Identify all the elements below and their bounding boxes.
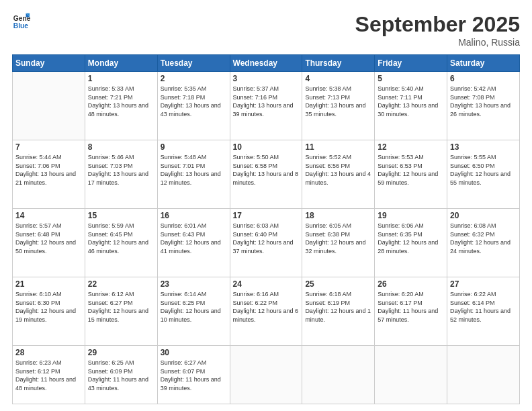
- cell-info: Sunrise: 6:10 AMSunset: 6:30 PMDaylight:…: [15, 290, 82, 324]
- day-number: 27: [450, 279, 517, 289]
- cell-info: Sunrise: 6:03 AMSunset: 6:40 PMDaylight:…: [233, 222, 300, 255]
- calendar-cell: 26Sunrise: 6:20 AMSunset: 6:17 PMDayligh…: [375, 277, 447, 346]
- calendar-cell: 11Sunrise: 5:52 AMSunset: 6:56 PMDayligh…: [302, 140, 375, 209]
- cell-info: Sunrise: 5:40 AMSunset: 7:11 PMDaylight:…: [378, 85, 444, 118]
- day-number: 7: [15, 142, 82, 152]
- day-number: 11: [305, 142, 371, 152]
- col-monday: Monday: [85, 55, 157, 72]
- day-number: 2: [161, 74, 227, 83]
- cell-info: Sunrise: 5:48 AMSunset: 7:01 PMDaylight:…: [161, 153, 227, 187]
- cell-info: Sunrise: 6:08 AMSunset: 6:32 PMDaylight:…: [450, 222, 517, 255]
- cell-info: Sunrise: 6:22 AMSunset: 6:14 PMDaylight:…: [450, 290, 517, 324]
- calendar-cell: [302, 346, 375, 404]
- cell-info: Sunrise: 5:53 AMSunset: 6:53 PMDaylight:…: [378, 153, 444, 187]
- cell-info: Sunrise: 6:12 AMSunset: 6:27 PMDaylight:…: [88, 290, 154, 324]
- calendar-cell: 22Sunrise: 6:12 AMSunset: 6:27 PMDayligh…: [85, 277, 157, 346]
- calendar-cell: 1Sunrise: 5:33 AMSunset: 7:21 PMDaylight…: [85, 72, 157, 140]
- cell-info: Sunrise: 5:57 AMSunset: 6:48 PMDaylight:…: [15, 222, 82, 255]
- cell-info: Sunrise: 5:38 AMSunset: 7:13 PMDaylight:…: [305, 85, 371, 118]
- day-number: 30: [161, 348, 227, 357]
- cell-info: Sunrise: 5:50 AMSunset: 6:58 PMDaylight:…: [233, 153, 300, 187]
- day-number: 20: [450, 211, 517, 220]
- col-wednesday: Wednesday: [230, 55, 302, 72]
- calendar-cell: 18Sunrise: 6:05 AMSunset: 6:38 PMDayligh…: [302, 209, 375, 277]
- col-thursday: Thursday: [302, 55, 375, 72]
- day-number: 13: [450, 142, 517, 152]
- calendar-cell: 3Sunrise: 5:37 AMSunset: 7:16 PMDaylight…: [230, 72, 302, 140]
- cell-info: Sunrise: 5:42 AMSunset: 7:08 PMDaylight:…: [450, 85, 517, 118]
- cell-info: Sunrise: 6:06 AMSunset: 6:35 PMDaylight:…: [378, 222, 444, 255]
- day-number: 15: [88, 211, 154, 220]
- col-sunday: Sunday: [13, 55, 85, 72]
- calendar-cell: 23Sunrise: 6:14 AMSunset: 6:25 PMDayligh…: [157, 277, 230, 346]
- cell-info: Sunrise: 5:44 AMSunset: 7:06 PMDaylight:…: [15, 153, 82, 187]
- calendar-cell: 25Sunrise: 6:18 AMSunset: 6:19 PMDayligh…: [302, 277, 375, 346]
- day-number: 18: [305, 211, 371, 220]
- cell-info: Sunrise: 6:16 AMSunset: 6:22 PMDaylight:…: [233, 290, 300, 324]
- calendar-cell: 19Sunrise: 6:06 AMSunset: 6:35 PMDayligh…: [375, 209, 447, 277]
- cell-info: Sunrise: 6:01 AMSunset: 6:43 PMDaylight:…: [161, 222, 227, 255]
- cell-info: Sunrise: 6:05 AMSunset: 6:38 PMDaylight:…: [305, 222, 371, 255]
- location-subtitle: Malino, Russia: [355, 37, 520, 48]
- logo-icon: General Blue: [12, 12, 31, 31]
- calendar-cell: 15Sunrise: 5:59 AMSunset: 6:45 PMDayligh…: [85, 209, 157, 277]
- cell-info: Sunrise: 6:14 AMSunset: 6:25 PMDaylight:…: [161, 290, 227, 324]
- calendar-cell: 28Sunrise: 6:23 AMSunset: 6:12 PMDayligh…: [13, 346, 85, 404]
- day-number: 3: [233, 74, 300, 83]
- calendar-header-row: Sunday Monday Tuesday Wednesday Thursday…: [13, 55, 520, 72]
- day-number: 16: [161, 211, 227, 220]
- calendar-cell: 29Sunrise: 6:25 AMSunset: 6:09 PMDayligh…: [85, 346, 157, 404]
- page-header: General Blue September 2025 Malino, Russ…: [12, 12, 520, 48]
- day-number: 22: [88, 279, 154, 289]
- calendar-cell: 27Sunrise: 6:22 AMSunset: 6:14 PMDayligh…: [447, 277, 520, 346]
- day-number: 4: [305, 74, 371, 83]
- month-year-title: September 2025: [355, 12, 520, 37]
- col-friday: Friday: [375, 55, 447, 72]
- day-number: 21: [15, 279, 82, 289]
- calendar-cell: [230, 346, 302, 404]
- calendar-cell: [13, 72, 85, 140]
- calendar-cell: 2Sunrise: 5:35 AMSunset: 7:18 PMDaylight…: [157, 72, 230, 140]
- calendar-cell: 6Sunrise: 5:42 AMSunset: 7:08 PMDaylight…: [447, 72, 520, 140]
- day-number: 26: [378, 279, 444, 289]
- calendar-cell: 13Sunrise: 5:55 AMSunset: 6:50 PMDayligh…: [447, 140, 520, 209]
- calendar-table: Sunday Monday Tuesday Wednesday Thursday…: [12, 54, 520, 404]
- day-number: 17: [233, 211, 300, 220]
- calendar-cell: 4Sunrise: 5:38 AMSunset: 7:13 PMDaylight…: [302, 72, 375, 140]
- calendar-cell: 7Sunrise: 5:44 AMSunset: 7:06 PMDaylight…: [13, 140, 85, 209]
- day-number: 1: [88, 74, 154, 83]
- calendar-cell: [447, 346, 520, 404]
- cell-info: Sunrise: 5:59 AMSunset: 6:45 PMDaylight:…: [88, 222, 154, 255]
- cell-info: Sunrise: 5:46 AMSunset: 7:03 PMDaylight:…: [88, 153, 154, 187]
- calendar-cell: 24Sunrise: 6:16 AMSunset: 6:22 PMDayligh…: [230, 277, 302, 346]
- calendar-cell: [375, 346, 447, 404]
- calendar-cell: 12Sunrise: 5:53 AMSunset: 6:53 PMDayligh…: [375, 140, 447, 209]
- svg-text:Blue: Blue: [13, 22, 29, 30]
- day-number: 9: [161, 142, 227, 152]
- logo: General Blue: [12, 12, 31, 31]
- calendar-cell: 17Sunrise: 6:03 AMSunset: 6:40 PMDayligh…: [230, 209, 302, 277]
- cell-info: Sunrise: 6:25 AMSunset: 6:09 PMDaylight:…: [88, 359, 154, 392]
- day-number: 5: [378, 74, 444, 83]
- day-number: 10: [233, 142, 300, 152]
- day-number: 29: [88, 348, 154, 357]
- title-block: September 2025 Malino, Russia: [355, 12, 520, 48]
- cell-info: Sunrise: 6:23 AMSunset: 6:12 PMDaylight:…: [15, 359, 82, 392]
- calendar-cell: 21Sunrise: 6:10 AMSunset: 6:30 PMDayligh…: [13, 277, 85, 346]
- day-number: 25: [305, 279, 371, 289]
- calendar-cell: 5Sunrise: 5:40 AMSunset: 7:11 PMDaylight…: [375, 72, 447, 140]
- calendar-cell: 9Sunrise: 5:48 AMSunset: 7:01 PMDaylight…: [157, 140, 230, 209]
- cell-info: Sunrise: 5:37 AMSunset: 7:16 PMDaylight:…: [233, 85, 300, 118]
- calendar-cell: 30Sunrise: 6:27 AMSunset: 6:07 PMDayligh…: [157, 346, 230, 404]
- calendar-cell: 10Sunrise: 5:50 AMSunset: 6:58 PMDayligh…: [230, 140, 302, 209]
- cell-info: Sunrise: 6:18 AMSunset: 6:19 PMDaylight:…: [305, 290, 371, 324]
- cell-info: Sunrise: 6:27 AMSunset: 6:07 PMDaylight:…: [161, 359, 227, 392]
- col-saturday: Saturday: [447, 55, 520, 72]
- day-number: 6: [450, 74, 517, 83]
- day-number: 19: [378, 211, 444, 220]
- day-number: 24: [233, 279, 300, 289]
- day-number: 8: [88, 142, 154, 152]
- cell-info: Sunrise: 5:55 AMSunset: 6:50 PMDaylight:…: [450, 153, 517, 187]
- cell-info: Sunrise: 5:52 AMSunset: 6:56 PMDaylight:…: [305, 153, 371, 187]
- col-tuesday: Tuesday: [157, 55, 230, 72]
